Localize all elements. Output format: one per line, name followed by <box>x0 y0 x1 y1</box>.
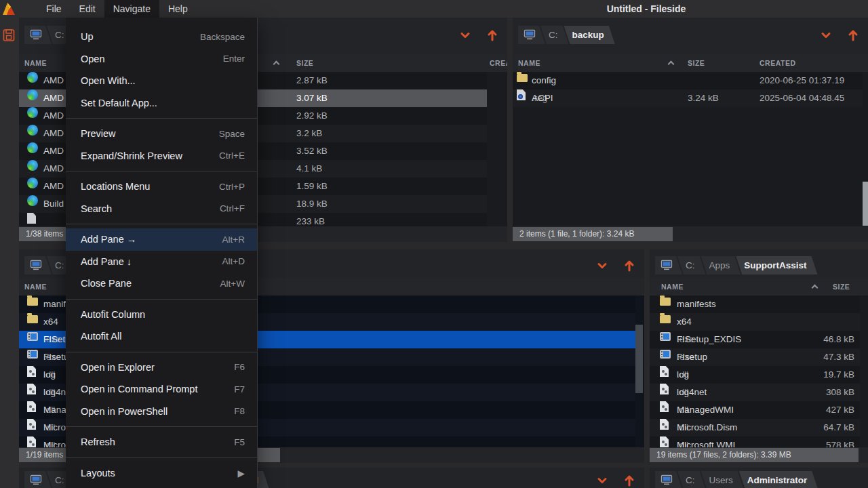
column-created[interactable]: CREATED <box>760 54 795 72</box>
menu-item[interactable]: Layouts ▶ <box>66 462 257 485</box>
file-row[interactable]: x64 <box>650 313 860 331</box>
column-size[interactable]: SIZE <box>296 54 313 72</box>
go-up-arrow-icon[interactable] <box>624 471 635 488</box>
menu-item[interactable]: Add Pane → Alt+R <box>66 228 257 251</box>
column-name[interactable]: NAME <box>24 54 47 72</box>
computer-icon[interactable] <box>518 26 545 44</box>
file-row[interactable]: log4net.dll 308 kB <box>650 384 860 401</box>
file-icon <box>27 366 36 377</box>
menu-item[interactable] <box>66 352 257 352</box>
scrollbar-thumb[interactable] <box>635 325 643 393</box>
history-chevron-down-icon[interactable] <box>821 26 831 44</box>
menu-item[interactable]: Set Default App... <box>66 92 257 115</box>
menu-item[interactable]: Up Backspace <box>66 26 257 48</box>
sort-asc-icon <box>668 61 675 68</box>
go-up-arrow-icon[interactable] <box>624 256 635 274</box>
file-row[interactable]: Microsoft.Dism.dll 64.7 kB <box>650 419 860 436</box>
menubar-item-edit[interactable]: Edit <box>71 0 104 18</box>
computer-icon[interactable] <box>24 256 52 274</box>
breadcrumb-item[interactable]: SupportAssist <box>736 256 817 274</box>
breadcrumb: C:backup <box>518 26 868 44</box>
column-name[interactable]: NAME <box>661 278 684 296</box>
file-icon <box>660 419 669 430</box>
menu-item-label: Set Default App... <box>81 98 157 108</box>
file-row[interactable]: FIsetup.exe 47.3 kB <box>650 348 860 366</box>
menu-item[interactable] <box>66 224 257 224</box>
computer-icon[interactable] <box>24 26 52 44</box>
menu-item[interactable]: Open in Command Prompt F7 <box>66 378 257 401</box>
file-icon <box>660 384 669 394</box>
menu-item[interactable] <box>66 426 257 427</box>
file-row[interactable]: manifests <box>650 296 860 313</box>
menu-item[interactable] <box>66 299 257 300</box>
file-icon <box>517 89 526 100</box>
file-icon <box>27 213 36 224</box>
menu-item[interactable]: Search Ctrl+F <box>66 198 257 220</box>
file-icon <box>27 195 38 206</box>
menu-item[interactable]: Open Enter <box>66 48 257 70</box>
save-layout-icon[interactable] <box>3 28 15 45</box>
title-bar: File Edit Navigate Help Untitled - Files… <box>0 0 868 18</box>
go-up-arrow-icon[interactable] <box>487 26 498 44</box>
file-icon <box>660 350 671 359</box>
menu-item[interactable]: Locations Menu Ctrl+P <box>66 176 257 198</box>
menu-item[interactable]: Open in PowerShell F8 <box>66 401 257 423</box>
breadcrumb-item[interactable]: C: <box>677 256 706 274</box>
menu-item[interactable]: Refresh F5 <box>66 431 257 453</box>
history-chevron-down-icon[interactable] <box>597 256 608 274</box>
sort-asc-icon <box>812 285 818 291</box>
scrollbar-thumb[interactable] <box>863 182 868 226</box>
file-row[interactable]: FISetup_EXDIS.exe 46.8 kB <box>650 331 860 348</box>
menu-item-label: Up <box>81 31 94 42</box>
history-chevron-down-icon[interactable] <box>460 26 471 44</box>
menu-item-label: Layouts <box>81 468 115 479</box>
menu-item-shortcut: Ctrl+F <box>220 203 245 214</box>
file-row[interactable]: Microsoft.WMI.dll 578 kB <box>650 436 860 447</box>
breadcrumb-item[interactable]: backup <box>564 26 615 44</box>
column-created[interactable]: CREATED <box>490 54 507 72</box>
computer-icon[interactable] <box>655 256 682 274</box>
column-size[interactable]: SIZE <box>833 278 850 296</box>
history-chevron-down-icon[interactable] <box>597 471 608 488</box>
menu-item[interactable] <box>66 171 257 171</box>
computer-icon[interactable] <box>655 471 682 488</box>
menu-item[interactable] <box>66 458 257 458</box>
menu-item[interactable]: Expand/Shrink Preview Ctrl+E <box>66 145 257 167</box>
menubar-item-file[interactable]: File <box>37 0 71 18</box>
file-row[interactable]: config 2020-06-25 01:37.19 <box>513 72 863 89</box>
menu-item-label: Preview <box>81 128 116 139</box>
menu-item[interactable]: Preview Space <box>66 123 257 145</box>
file-row[interactable]: ACPI.reg 3.24 kB 2025-06-04 04:48.45 <box>513 89 863 107</box>
menu-item-label: Open in Explorer <box>81 362 155 373</box>
file-list: NAME SIZE CREATED config 2020-06-25 01:3… <box>513 54 868 242</box>
column-name[interactable]: NAME <box>518 54 540 72</box>
column-name[interactable]: NAME <box>24 278 47 296</box>
breadcrumb-item[interactable]: Apps <box>701 256 741 274</box>
menu-item-label: Add Pane → <box>81 234 136 245</box>
sort-asc-icon <box>273 61 280 68</box>
menubar-item-help[interactable]: Help <box>159 0 197 18</box>
menu-item[interactable] <box>66 118 257 119</box>
status-bar: 2 items (1 file, 1 folder): 3.24 kB <box>513 226 868 242</box>
menu-item[interactable]: Open in Explorer F6 <box>66 357 257 379</box>
computer-icon[interactable] <box>24 471 52 488</box>
file-icon <box>660 298 671 306</box>
go-up-arrow-icon[interactable] <box>848 26 859 44</box>
menu-item[interactable]: Add Pane ↓ Alt+D <box>66 251 257 273</box>
breadcrumb-item[interactable]: Administrator <box>739 471 818 488</box>
menu-item[interactable]: Close Pane Alt+W <box>66 272 257 295</box>
file-icon <box>27 142 38 153</box>
file-row[interactable]: ManagedWMI.dll 427 kB <box>650 401 860 419</box>
menu-bar: File Edit Navigate Help <box>37 0 197 18</box>
menu-item-shortcut: ▶ <box>238 468 245 479</box>
file-row[interactable]: log.dll 19.7 kB <box>650 366 860 384</box>
menu-item[interactable]: Open With... <box>66 70 257 92</box>
menu-item-label: Expand/Shrink Preview <box>81 150 182 161</box>
menubar-item-navigate[interactable]: Navigate <box>104 0 159 18</box>
breadcrumb-item[interactable]: C: <box>677 471 706 488</box>
menu-item[interactable]: Autofit Column <box>66 304 257 326</box>
menu-item[interactable]: Autofit All <box>66 325 257 348</box>
breadcrumb-item[interactable]: C: <box>540 26 569 44</box>
column-size[interactable]: SIZE <box>688 54 705 72</box>
breadcrumb-item[interactable]: Users <box>701 471 744 488</box>
